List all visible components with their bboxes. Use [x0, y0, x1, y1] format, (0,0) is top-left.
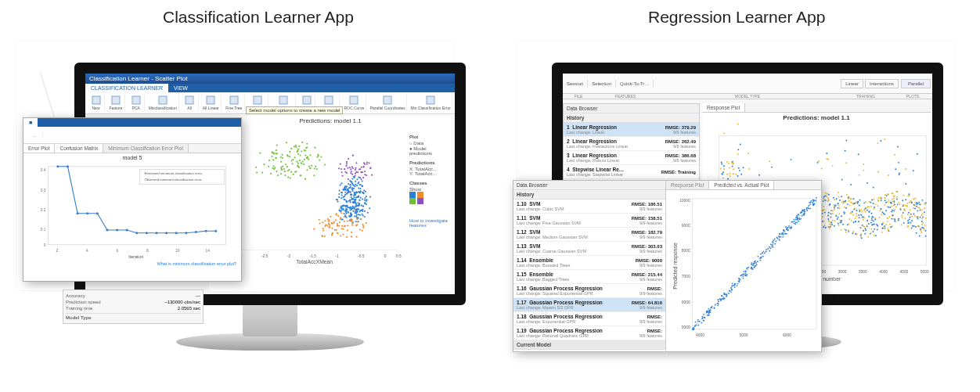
tab-response-plot[interactable]: Response Plot [702, 103, 745, 112]
svg-point-875 [893, 202, 895, 203]
y-selector[interactable]: Y: TotalAcc… [409, 171, 450, 176]
ribbon-btn-fine-tree[interactable]: Fine Tree [224, 95, 245, 111]
svg-rect-11 [350, 96, 358, 104]
history-row[interactable]: 1.14 EnsembleLast change: Boosted TreesR… [513, 256, 665, 270]
tab-view[interactable]: VIEW [168, 84, 193, 92]
svg-point-652 [899, 202, 900, 203]
history-row[interactable]: 3 Linear RegressionLast change: Robust L… [564, 151, 699, 165]
tab-quick[interactable]: Quick-To-Tr… [616, 80, 654, 88]
history-row[interactable]: 4 Stepwise Linear Re…Last change: Stepwi… [564, 165, 699, 179]
toolstrip-tabs: CLASSIFICATION LEARNER VIEW [85, 84, 455, 92]
radio-model-pred[interactable]: ● Model predictions [409, 146, 450, 156]
float-tab-confusion[interactable]: Confusion Matrix [55, 144, 103, 153]
svg-point-1015 [865, 229, 867, 231]
float-tab-pva[interactable]: Predicted vs. Actual Plot [709, 181, 774, 189]
ribbon-btn-feature[interactable]: Feature [107, 95, 125, 111]
svg-point-1066 [921, 221, 923, 222]
history-row[interactable]: 1.11 SVMLast change: Fine Gaussian SVMRM… [513, 214, 665, 228]
svg-point-1654 [803, 213, 805, 214]
svg-point-1632 [779, 239, 780, 241]
history-row[interactable]: 2 Linear RegressionLast change: Interact… [564, 137, 699, 151]
svg-point-542 [116, 228, 118, 231]
svg-point-1055 [737, 175, 739, 177]
ribbon-btn-all[interactable]: All [182, 95, 199, 111]
svg-point-789 [737, 124, 739, 125]
history-row[interactable]: 1.10 SVMLast change: Cubic SVMRMSE: 186.… [513, 200, 665, 214]
float-tab-mce[interactable]: Minimum Classification Error Plot [103, 144, 189, 153]
svg-point-776 [887, 201, 888, 203]
model-linear[interactable]: Linear [841, 79, 863, 88]
model-interactions[interactable]: Interactions [865, 79, 899, 88]
min-error-plot[interactable]: 0.40.30.20.10 24681014 Estimated minimum… [23, 162, 241, 260]
svg-point-946 [912, 225, 913, 227]
svg-point-905 [867, 182, 868, 184]
float-tab-response[interactable]: Response Plot [666, 181, 709, 189]
ribbon-btn-roc-curve[interactable]: ROC Curve [342, 95, 366, 111]
history-row[interactable]: 1.17 Gaussian Process RegressionLast cha… [513, 298, 665, 312]
plot-section-hdr: Plot [409, 135, 450, 139]
svg-point-334 [353, 188, 355, 189]
svg-point-1693 [784, 231, 785, 232]
svg-point-107 [272, 153, 274, 154]
model-stats: Accuracy— Prediction speed~130000 obs/se… [63, 290, 204, 324]
tab-session[interactable]: Session [563, 80, 588, 88]
float-ribbon-btn[interactable]: … [26, 132, 43, 138]
svg-point-1224 [896, 196, 898, 198]
svg-point-1203 [865, 228, 867, 229]
radio-data[interactable]: ○ Data [409, 141, 450, 146]
svg-point-828 [841, 201, 843, 203]
window-titlebar[interactable]: Classification Learner - Scatter Plot [85, 74, 455, 84]
legend-swatches[interactable] [409, 192, 450, 204]
history-row[interactable]: 1.13 SVMLast change: Coarse Gaussian SVM… [513, 242, 665, 256]
svg-point-849 [873, 187, 874, 189]
svg-text:14: 14 [205, 249, 210, 253]
svg-point-915 [891, 218, 892, 220]
svg-point-420 [348, 183, 349, 185]
svg-point-460 [339, 221, 340, 223]
min-error-window[interactable]: ■ … Error Plot Confusion Matrix Minimum … [23, 117, 242, 282]
svg-point-763 [832, 213, 834, 214]
btn-parallel[interactable]: Parallel [901, 79, 931, 88]
pred-vs-actual-window[interactable]: Data Browser History 1.10 SVMLast change… [513, 180, 822, 352]
history-row[interactable]: 1 Linear RegressionLast change: LinearRM… [564, 123, 699, 137]
svg-point-103 [291, 160, 293, 161]
svg-point-1724 [812, 202, 813, 203]
svg-point-811 [896, 198, 898, 200]
svg-point-437 [366, 199, 368, 200]
svg-point-1553 [694, 325, 696, 326]
pred-vs-actual-plot[interactable]: 5000600070008000900010000 400050006000 P… [666, 190, 821, 350]
ribbon-btn-pca[interactable]: PCA [128, 95, 145, 111]
ribbon-btn-min-classification-error[interactable]: Min Classification Error [409, 95, 452, 111]
hint-link[interactable]: How to investigate features [409, 218, 450, 228]
svg-point-54 [268, 160, 270, 161]
history-row[interactable]: 1.15 EnsembleLast change: Bagged TreesRM… [513, 270, 665, 284]
svg-point-584 [924, 211, 925, 213]
ribbon-btn-all-linear[interactable]: All Linear [201, 95, 222, 111]
svg-point-769 [880, 140, 881, 142]
svg-point-1236 [907, 226, 909, 228]
svg-point-1306 [890, 202, 892, 203]
svg-point-1126 [921, 214, 922, 216]
ribbon-btn-parallel-coordinates[interactable]: Parallel Coordinates [369, 95, 407, 111]
svg-point-1704 [734, 283, 736, 285]
tab-selection[interactable]: Selection [588, 80, 616, 88]
history-row[interactable]: 1.18 Gaussian Process RegressionLast cha… [513, 312, 665, 326]
history-row[interactable]: 1.16 Gaussian Process RegressionLast cha… [513, 284, 665, 298]
svg-text:-1: -1 [335, 254, 339, 258]
float-tab-main[interactable]: ■ [23, 118, 38, 127]
history-row[interactable]: 1.19 Gaussian Process RegressionLast cha… [513, 326, 665, 340]
svg-text:4500: 4500 [900, 270, 909, 274]
tab-classification-learner[interactable]: CLASSIFICATION LEARNER [85, 84, 168, 92]
svg-point-899 [893, 205, 895, 207]
float-help-link[interactable]: What is minimum classification error plo… [23, 261, 241, 266]
svg-point-1070 [905, 205, 906, 207]
svg-point-986 [834, 199, 835, 200]
svg-point-1604 [744, 273, 746, 275]
history-row[interactable]: 1.12 SVMLast change: Medium Gaussian SVM… [513, 228, 665, 242]
svg-point-427 [353, 196, 355, 198]
float-tab-error[interactable]: Error Plot [23, 144, 55, 153]
svg-point-62 [286, 166, 288, 167]
ribbon-btn-new[interactable]: New [88, 95, 105, 111]
svg-point-538 [77, 212, 79, 214]
ribbon-btn-misclassification[interactable]: Misclassification [147, 95, 179, 111]
